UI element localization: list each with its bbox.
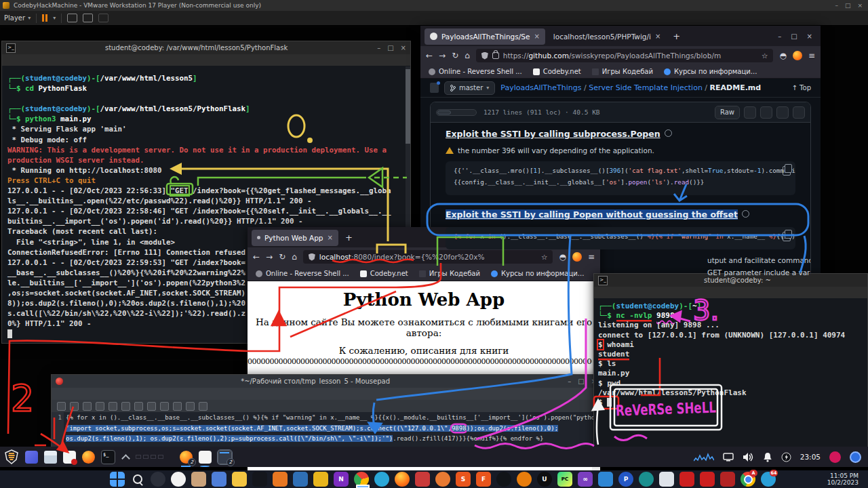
suspend-vm-button[interactable] — [42, 14, 47, 22]
app-chrome-profile[interactable]: A — [741, 472, 755, 487]
toolbar-icon[interactable] — [96, 402, 104, 411]
maximize-button[interactable]: □ — [387, 44, 393, 52]
close-button[interactable]: × — [401, 44, 406, 52]
firefox-account-icon[interactable] — [793, 51, 802, 60]
toolbar-icon[interactable] — [70, 402, 79, 411]
bookmark-item[interactable]: Codeby.net — [360, 270, 408, 277]
app-menu-icon[interactable]: ≡ — [808, 51, 815, 60]
anchor-link-icon[interactable] — [665, 129, 672, 137]
app-chrome[interactable] — [354, 472, 369, 487]
bookmark-item[interactable]: Игры Кодебай — [592, 68, 653, 75]
vmware-minimize-button[interactable]: – — [835, 2, 838, 9]
app-firefox[interactable] — [395, 472, 410, 487]
mousepad-titlebar[interactable]: *~/Рабочий стол/tmp_lesson_5 - Mousepad … — [51, 374, 601, 388]
home-icon[interactable]: ⌂ — [292, 252, 297, 262]
app-carrot[interactable] — [435, 472, 450, 487]
edit-icon[interactable] — [776, 106, 789, 119]
tab-python-web-app[interactable]: Python Web App × — [252, 230, 338, 246]
app-virtualbox[interactable] — [293, 472, 308, 487]
kali-menu-icon[interactable] — [4, 449, 19, 464]
anchor-link-icon[interactable] — [742, 210, 749, 218]
display-icon[interactable] — [723, 453, 734, 462]
app-red-gear-2[interactable] — [700, 472, 715, 487]
pocket-icon[interactable]: ◓ — [779, 51, 786, 60]
toolbar-icon[interactable] — [199, 402, 208, 411]
close-button[interactable]: × — [807, 33, 812, 40]
tab-payloadsallthethings[interactable]: PayloadsAllTheThings/Se × — [425, 28, 545, 45]
app-gauge[interactable] — [151, 472, 165, 487]
new-tab-button[interactable]: + — [669, 31, 684, 41]
terminal-output[interactable]: ┌──(student@codeby)-[~]└─$ nc -nvlp 9898… — [593, 298, 868, 448]
toolbar-icon[interactable] — [186, 402, 195, 411]
app-finder-icon[interactable] — [25, 451, 38, 464]
app-unreal[interactable]: U — [537, 472, 552, 487]
fullscreen-icon[interactable] — [83, 14, 93, 22]
copy-code-icon[interactable] — [783, 166, 791, 176]
ssti-subprocess-heading[interactable]: Exploit the SSTI by calling subprocess.P… — [446, 129, 660, 139]
toolbar-icon[interactable] — [147, 402, 156, 411]
app-visual-studio[interactable]: ∞ — [578, 472, 593, 487]
app-red-gear-1[interactable] — [679, 472, 694, 487]
mousepad-launcher-icon[interactable] — [63, 451, 76, 464]
maximize-button[interactable]: □ — [578, 378, 584, 385]
app-red-toolbox[interactable] — [720, 472, 735, 487]
toolbar-icon[interactable] — [108, 402, 117, 411]
suspend-dropdown-icon[interactable]: ▾ — [53, 15, 56, 21]
toolbar-icon[interactable] — [160, 402, 169, 411]
view-tab[interactable] — [463, 111, 475, 114]
terminal-launcher-icon[interactable] — [101, 450, 115, 464]
toolbar-icon[interactable] — [121, 402, 130, 411]
tracking-shield-icon[interactable] — [481, 52, 488, 60]
file-manager-icon[interactable] — [44, 451, 57, 464]
bookmark-item[interactable]: Курсы по информаци... — [664, 68, 757, 75]
kali-clock[interactable]: 23:05 — [800, 453, 821, 461]
app-telegram[interactable]: 64 — [761, 472, 776, 487]
tracking-shield-icon[interactable] — [309, 253, 315, 261]
app-calendar[interactable] — [212, 472, 226, 487]
raw-button[interactable]: Raw — [715, 106, 740, 119]
tab-close-icon[interactable]: × — [534, 33, 539, 40]
app-vscode[interactable] — [598, 472, 613, 487]
app-red-tool[interactable] — [415, 472, 430, 487]
volume-icon[interactable] — [743, 452, 754, 462]
running-firefox-button[interactable]: 2 — [180, 451, 193, 464]
minimize-button[interactable]: – — [778, 33, 781, 40]
app-orange-gear[interactable] — [273, 472, 288, 487]
firefox-launcher-icon[interactable] — [82, 451, 95, 464]
minimize-button[interactable]: – — [377, 44, 380, 52]
breadcrumb[interactable]: PayloadsAllTheThings / Server Side Templ… — [500, 83, 761, 92]
tab-close-icon[interactable]: × — [655, 33, 660, 40]
payload-text[interactable]: {% for x in ().__class__.__base__.__subc… — [64, 412, 601, 447]
player-menu[interactable]: Player▾ — [4, 14, 31, 22]
bookmark-item[interactable]: Online - Reverse Shell ... — [429, 68, 522, 75]
outline-icon[interactable] — [793, 106, 805, 119]
branch-selector[interactable]: master▾ — [444, 81, 495, 95]
bookmark-item[interactable]: Codeby.net — [533, 68, 581, 75]
forward-icon[interactable]: → — [266, 252, 273, 262]
cpu-graph-icon[interactable] — [694, 451, 714, 462]
vmware-maximize-button[interactable]: □ — [845, 2, 851, 9]
reload-icon[interactable]: ↻ — [279, 252, 285, 262]
screen-lock-icon[interactable] — [829, 451, 841, 463]
panel-expand-icon[interactable] — [121, 453, 130, 461]
code-block-subprocess[interactable]: {{''.__class__.mro()[1].__subclasses__()… — [446, 161, 795, 195]
code-block-popen[interactable]: {% for x in ().__class__.__base__.__subc… — [446, 227, 795, 249]
app-gitkraken[interactable] — [639, 472, 654, 487]
toolbar-icon[interactable] — [57, 402, 66, 411]
toolbar-icon[interactable] — [83, 402, 92, 411]
running-mousepad-button[interactable] — [199, 451, 212, 464]
copy-code-icon[interactable] — [783, 232, 791, 241]
workspace-button[interactable] — [151, 455, 156, 459]
app-blender[interactable] — [517, 472, 532, 487]
terminal-titlebar[interactable]: >_ student@codeby: /var/www/html/lesson5… — [1, 41, 411, 54]
new-tab-button[interactable]: + — [341, 232, 357, 243]
app-dark-card[interactable] — [252, 472, 267, 487]
view-tab[interactable] — [451, 111, 463, 114]
app-portrait[interactable] — [191, 472, 206, 487]
app-edge[interactable] — [374, 472, 389, 487]
workspace-button[interactable] — [158, 455, 163, 459]
app-blue-p[interactable]: P — [618, 472, 633, 487]
app-file-explorer[interactable] — [232, 472, 247, 487]
app-orange-f[interactable]: F — [476, 472, 491, 487]
windows-clock[interactable]: 11:05 PM 10/2/2023 — [827, 472, 868, 486]
